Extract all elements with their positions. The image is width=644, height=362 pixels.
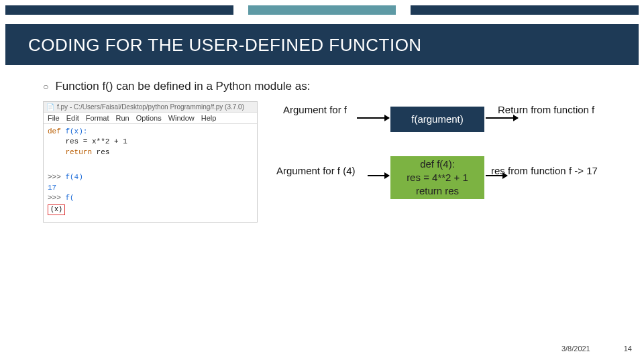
output: 17	[48, 183, 253, 193]
menu-item: Format	[86, 114, 109, 122]
footer-date: 3/8/2021	[561, 345, 590, 353]
arrow-icon	[486, 117, 518, 119]
menu-item: Edit	[66, 114, 79, 122]
menu-item: Window	[168, 114, 195, 122]
prompt: >>>	[48, 173, 61, 181]
bullet-row: ○ Function f() can be defined in a Pytho…	[43, 80, 617, 93]
code-text: f(x):	[61, 127, 88, 135]
stripe-dark	[411, 5, 639, 15]
menu-item: Options	[136, 114, 162, 122]
code-text: f(4)	[61, 173, 83, 181]
box-line: res = 4**2 + 1	[407, 171, 468, 184]
box-def4: def f(4): res = 4**2 + 1 return res	[390, 156, 484, 199]
stripe-gap	[233, 5, 248, 15]
code-text: res	[92, 148, 109, 156]
stripe-gap	[396, 5, 411, 15]
header-stripes	[5, 5, 639, 15]
ide-code: def f(x): res = x**2 + 1 return res >>> …	[44, 124, 257, 222]
prompt: >>>	[48, 194, 61, 202]
label-return: Return from function f	[498, 104, 594, 115]
box-line: return res	[416, 184, 459, 198]
file-icon: 📄	[46, 103, 54, 111]
stripe-dark	[5, 5, 233, 15]
tooltip: (x)	[48, 204, 65, 215]
box-line: def f(4):	[420, 158, 455, 171]
bullet-text: Function f() can be defined in a Python …	[55, 80, 310, 93]
bullet-icon: ○	[43, 81, 48, 92]
menu-item: Help	[201, 114, 217, 122]
ide-window: 📄 f.py - C:/Users/Faisal/Desktop/python …	[43, 101, 258, 223]
menu-item: File	[48, 114, 60, 122]
slide-title: CODING FOR THE USER-DEFINED FUNCTION	[28, 35, 632, 56]
ide-menu: File Edit Format Run Options Window Help	[44, 113, 257, 124]
code-text: f(	[61, 194, 74, 202]
ide-title: f.py - C:/Users/Faisal/Desktop/python Pr…	[57, 103, 244, 111]
ide-titlebar: 📄 f.py - C:/Users/Faisal/Desktop/python …	[44, 102, 257, 113]
stripe-teal	[248, 5, 396, 15]
label-argument4: Argument for f (4)	[276, 165, 356, 176]
menu-item: Run	[116, 114, 129, 122]
code-kw: return	[48, 148, 92, 156]
arrow-icon	[368, 175, 389, 176]
label-res: res from function f -> 17	[491, 165, 612, 176]
code-kw: def	[48, 127, 61, 135]
label-argument: Argument for f	[283, 104, 347, 115]
arrow-icon	[357, 117, 389, 119]
footer-page: 14	[624, 345, 632, 353]
box-fargument: f(argument)	[390, 107, 484, 132]
code-line: res = x**2 + 1	[48, 137, 253, 147]
title-band: CODING FOR THE USER-DEFINED FUNCTION	[5, 24, 639, 65]
footer: 3/8/2021 14	[561, 345, 632, 353]
box-text: f(argument)	[411, 113, 464, 126]
